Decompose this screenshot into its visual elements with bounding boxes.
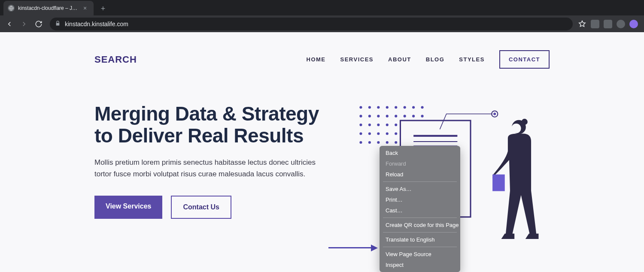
hero-headline: Merging Data & Strategy to Deliver Real …	[94, 103, 335, 146]
svg-point-25	[359, 132, 362, 135]
close-icon[interactable]: ×	[83, 5, 89, 11]
svg-point-44	[493, 112, 496, 115]
reload-button[interactable]	[33, 18, 45, 30]
svg-rect-48	[492, 175, 505, 191]
ctx-cast[interactable]: Cast…	[380, 205, 460, 216]
lock-icon	[55, 21, 61, 27]
new-tab-button[interactable]: +	[97, 3, 109, 15]
site-logo[interactable]: SEARCH	[94, 54, 137, 65]
svg-point-29	[395, 132, 397, 135]
back-button[interactable]	[3, 18, 15, 30]
extension-icon[interactable]	[617, 20, 625, 28]
svg-point-4	[386, 106, 389, 109]
svg-point-12	[386, 115, 389, 118]
svg-point-46	[511, 124, 521, 133]
separator	[383, 232, 457, 233]
annotation-arrow	[328, 245, 378, 251]
ctx-qr-code[interactable]: Create QR code for this Page	[380, 220, 460, 230]
star-icon[interactable]	[578, 20, 586, 28]
svg-point-3	[377, 106, 380, 109]
svg-point-2	[368, 106, 371, 109]
primary-nav: HOME SERVICES ABOUT BLOG STYLES CONTACT	[307, 50, 550, 69]
browser-chrome: kinstacdn-cloudflare – Just an… × + kins…	[0, 0, 644, 32]
nav-home[interactable]: HOME	[307, 56, 326, 63]
extension-icon[interactable]	[604, 20, 612, 28]
svg-point-14	[404, 115, 406, 118]
svg-point-5	[395, 106, 397, 109]
forward-button[interactable]	[18, 18, 30, 30]
ctx-save-as[interactable]: Save As…	[380, 184, 460, 194]
svg-point-11	[377, 115, 380, 118]
person-icon	[492, 119, 538, 239]
svg-point-32	[377, 141, 380, 144]
extension-icon[interactable]	[629, 20, 638, 28]
nav-about[interactable]: ABOUT	[388, 56, 411, 63]
ctx-view-source[interactable]: View Page Source	[380, 249, 460, 260]
nav-contact[interactable]: CONTACT	[499, 50, 550, 69]
svg-point-18	[368, 124, 371, 126]
svg-point-6	[404, 106, 406, 109]
toolbar-right	[578, 20, 641, 28]
separator	[383, 181, 457, 182]
ctx-reload[interactable]: Reload	[380, 169, 460, 180]
separator	[383, 218, 457, 218]
nav-blog[interactable]: BLOG	[426, 56, 445, 63]
contact-us-button[interactable]: Contact Us	[171, 196, 231, 219]
svg-point-10	[368, 115, 371, 118]
hero: Merging Data & Strategy to Deliver Real …	[94, 103, 550, 219]
context-menu: Back Forward Reload Save As… Print… Cast…	[380, 146, 460, 272]
svg-point-7	[412, 106, 415, 109]
separator	[383, 247, 457, 247]
hero-body: Mollis pretium lorem primis senectus hab…	[94, 157, 318, 180]
svg-point-27	[377, 132, 380, 135]
svg-point-26	[368, 132, 371, 135]
tab-title: kinstacdn-cloudflare – Just an…	[18, 5, 80, 11]
address-bar[interactable]: kinstacdn.kinstalife.com	[50, 18, 573, 30]
svg-point-33	[386, 141, 389, 144]
svg-point-17	[359, 124, 362, 126]
svg-point-21	[395, 124, 397, 126]
ctx-print[interactable]: Print…	[380, 194, 460, 205]
ctx-translate[interactable]: Translate to English	[380, 234, 460, 245]
svg-point-34	[395, 141, 397, 144]
url-text: kinstacdn.kinstalife.com	[65, 21, 568, 27]
page-viewport: SEARCH HOME SERVICES ABOUT BLOG STYLES C…	[0, 32, 644, 272]
view-services-button[interactable]: View Services	[94, 196, 162, 219]
nav-services[interactable]: SERVICES	[340, 56, 374, 63]
tab-bar: kinstacdn-cloudflare – Just an… × +	[0, 0, 644, 15]
ctx-forward: Forward	[380, 158, 460, 169]
svg-point-16	[421, 115, 423, 118]
svg-point-47	[522, 119, 528, 125]
globe-icon	[8, 5, 15, 12]
ctx-inspect[interactable]: Inspect	[380, 260, 460, 270]
svg-point-30	[359, 141, 362, 144]
svg-point-31	[368, 141, 371, 144]
svg-point-9	[359, 115, 362, 118]
svg-point-15	[412, 115, 415, 118]
svg-point-1	[359, 106, 362, 109]
svg-point-20	[386, 124, 389, 126]
site-header: SEARCH HOME SERVICES ABOUT BLOG STYLES C…	[94, 45, 550, 86]
browser-tab[interactable]: kinstacdn-cloudflare – Just an… ×	[3, 1, 94, 15]
svg-point-28	[386, 132, 389, 135]
svg-point-19	[377, 124, 380, 126]
svg-point-13	[395, 115, 397, 118]
browser-toolbar: kinstacdn.kinstalife.com	[0, 15, 644, 32]
ctx-back[interactable]: Back	[380, 148, 460, 158]
extension-icon[interactable]	[591, 20, 599, 28]
svg-point-8	[421, 106, 423, 109]
nav-styles[interactable]: STYLES	[459, 56, 485, 63]
